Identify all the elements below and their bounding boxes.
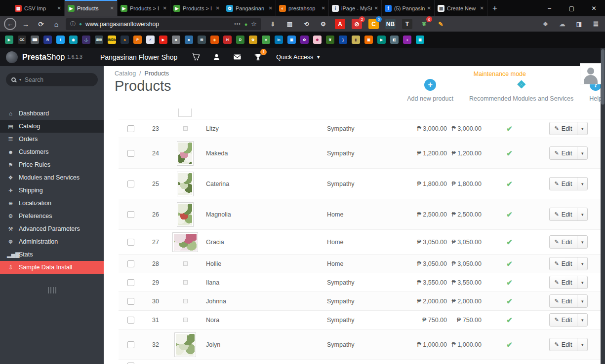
bookmark-icon-31[interactable]: ◧: [390, 36, 399, 44]
breadcrumb-parent[interactable]: Catalog: [115, 70, 136, 77]
tab-close-icon[interactable]: ✕: [163, 5, 167, 11]
browser-tab[interactable]: ▦ Create New ✕: [435, 0, 487, 16]
search-scope-caret-icon[interactable]: ▾: [19, 77, 21, 82]
window-close-button[interactable]: ✕: [583, 0, 605, 16]
tab-close-icon[interactable]: ✕: [110, 5, 114, 11]
row-checkbox[interactable]: [127, 239, 134, 246]
pdf-extension-icon[interactable]: A: [335, 19, 345, 29]
messages-icon[interactable]: [233, 53, 242, 62]
bookmark-star-icon[interactable]: ☆: [251, 20, 257, 28]
bookmark-icon-5[interactable]: t: [56, 36, 65, 44]
downloads-icon[interactable]: ⇩: [268, 19, 278, 29]
sidebar-item-preferences[interactable]: ⚙ Preferences: [0, 210, 104, 222]
bookmark-icon-33[interactable]: ▣: [416, 36, 424, 44]
edit-extension-icon[interactable]: ✎: [436, 19, 446, 29]
window-minimize-button[interactable]: –: [538, 0, 561, 16]
page-scrollbar[interactable]: [601, 48, 605, 364]
status-enabled-icon[interactable]: ✔: [506, 259, 513, 268]
edit-dropdown-toggle[interactable]: ▾: [577, 257, 587, 270]
status-enabled-icon[interactable]: ✔: [506, 316, 513, 325]
sidebar-item-localization[interactable]: ⊕ Localization: [0, 197, 104, 210]
extensions-icon[interactable]: ❖: [540, 19, 551, 29]
sidebar-item-customers[interactable]: ☻ Customers: [0, 146, 104, 158]
edit-button[interactable]: ✎ Edit: [550, 260, 577, 267]
reload-button[interactable]: ⟳: [35, 20, 47, 28]
search-input[interactable]: [25, 76, 92, 83]
sidebar-item-shipping[interactable]: ✈ Shipping: [0, 184, 104, 197]
row-checkbox[interactable]: [127, 125, 134, 132]
edit-dropdown-toggle[interactable]: ▾: [577, 178, 587, 190]
quick-access-dropdown[interactable]: Quick Access ▼: [276, 54, 321, 61]
settings-icon[interactable]: ⚙: [318, 19, 328, 29]
edit-dropdown-toggle[interactable]: ▾: [577, 338, 587, 351]
edit-button[interactable]: ✎ Edit: [550, 150, 577, 157]
row-checkbox[interactable]: [127, 341, 134, 348]
bookmark-icon-2[interactable]: CC: [18, 36, 26, 44]
bookmark-icon-3[interactable]: ⌨: [31, 36, 39, 44]
row-checkbox[interactable]: [127, 150, 134, 157]
recommended-modules-button[interactable]: ❖ Recommended Modules and Services: [469, 79, 573, 102]
sidebar-item-catalog[interactable]: ▤ Catalog: [0, 120, 104, 133]
row-checkbox[interactable]: [127, 317, 134, 324]
prestashop-brand[interactable]: PrestaShop: [22, 53, 65, 62]
tab-close-icon[interactable]: ✕: [427, 5, 431, 11]
status-enabled-icon[interactable]: ✔: [506, 180, 513, 188]
history-icon[interactable]: ⟲: [301, 19, 312, 29]
bookmark-icon-16[interactable]: ✉: [198, 36, 206, 44]
edit-button[interactable]: ✎ Edit: [550, 341, 577, 348]
tab-close-icon[interactable]: ✕: [480, 5, 484, 11]
forward-button[interactable]: →: [20, 20, 32, 28]
trophy-icon[interactable]: 1: [253, 53, 262, 62]
window-maximize-button[interactable]: ▢: [561, 0, 583, 16]
status-enabled-icon[interactable]: ✔: [506, 278, 513, 287]
bookmark-icon-9[interactable]: IMDb: [108, 36, 116, 44]
bookmark-icon-17[interactable]: ◆: [210, 36, 219, 44]
bookmark-icon-8[interactable]: 800: [95, 36, 103, 44]
tab-close-icon[interactable]: ✕: [269, 5, 273, 11]
sidebar-item-advanced-parameters[interactable]: ⚒ Advanced Parameters: [0, 222, 104, 235]
bookmark-icon-11[interactable]: P: [133, 36, 142, 44]
bookmark-icon-30[interactable]: ▶: [377, 36, 386, 44]
bookmark-icon-20[interactable]: ✿: [249, 36, 257, 44]
bookmark-icon-18[interactable]: H: [223, 36, 232, 44]
row-checkbox[interactable]: [127, 211, 134, 218]
tracker-extension-icon[interactable]: ●: [79, 21, 82, 27]
bookmark-icon-25[interactable]: ❀: [313, 36, 322, 44]
edit-button[interactable]: ✎ Edit: [550, 211, 577, 218]
browser-tab[interactable]: ▶ Products > I ✕: [170, 0, 223, 16]
edit-button[interactable]: ✎ Edit: [550, 125, 577, 132]
bookmark-icon-21[interactable]: ♣: [262, 36, 270, 44]
browser-tab[interactable]: ✿ Pangasinan I ✕: [223, 0, 276, 16]
browser-tab[interactable]: ▤ CSV Imp ✕: [12, 0, 65, 16]
bookmark-icon-27[interactable]: }: [339, 36, 347, 44]
bookmark-icon-23[interactable]: ▣: [287, 36, 296, 44]
status-enabled-icon[interactable]: ✔: [506, 297, 513, 306]
edit-dropdown-toggle[interactable]: ▾: [577, 147, 587, 159]
edit-dropdown-toggle[interactable]: ▾: [577, 208, 587, 220]
bookmark-icon-24[interactable]: ✿: [300, 36, 309, 44]
edit-button[interactable]: ✎ Edit: [550, 279, 577, 286]
bookmark-icon-12[interactable]: ✓: [146, 36, 155, 44]
bookmark-icon-4[interactable]: R: [43, 36, 52, 44]
bookmark-icon-7[interactable]: ⚓: [82, 36, 90, 44]
customer-icon[interactable]: [212, 53, 221, 62]
sidebar-item-price-rules[interactable]: ⚑ Price Rules: [0, 158, 104, 171]
browser-tab[interactable]: i iPage - MySQ ✕: [329, 0, 382, 16]
nb-extension-icon[interactable]: NB: [385, 19, 396, 29]
status-enabled-icon[interactable]: ✔: [506, 149, 513, 158]
status-enabled-icon[interactable]: ✔: [506, 238, 513, 247]
bookmark-icon-1[interactable]: ▶: [5, 36, 13, 44]
adblock-extension-icon[interactable]: ⊘2: [352, 19, 362, 29]
status-enabled-icon[interactable]: ✔: [506, 210, 513, 219]
browser-tab[interactable]: ▶ Products > I ✕: [118, 0, 170, 16]
row-checkbox[interactable]: [127, 260, 134, 267]
sidebar-collapse-grip[interactable]: [0, 287, 104, 293]
tab-close-icon[interactable]: ✕: [216, 5, 220, 11]
browser-tab[interactable]: ◐ prestahsop ✕: [276, 0, 329, 16]
sidebar-item-stats[interactable]: ▂▅▇ Stats: [0, 248, 104, 261]
edit-button[interactable]: ✎ Edit: [550, 181, 577, 187]
row-checkbox[interactable]: [127, 181, 134, 187]
sidebar-item-orders[interactable]: ☰ Orders: [0, 133, 104, 146]
add-new-product-button[interactable]: + Add new product: [407, 79, 453, 102]
page-actions-overflow-icon[interactable]: •••: [234, 21, 241, 27]
